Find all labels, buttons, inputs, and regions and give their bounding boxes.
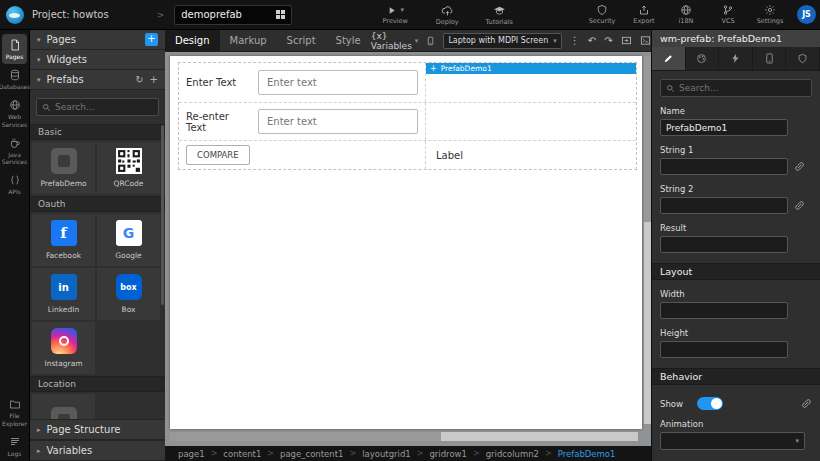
sidebar-panel-page-structure[interactable]: ▸ Page Structure <box>30 419 165 440</box>
behavior-section-header: Behavior <box>652 368 820 385</box>
caret-down-icon: ▾ <box>37 76 41 84</box>
prefab-tile-box[interactable]: box Box <box>97 268 160 320</box>
rail-item-logs[interactable]: Logs <box>0 431 29 461</box>
tab-markup[interactable]: Markup <box>220 30 277 51</box>
rail-item-apis[interactable]: APIs <box>0 169 29 199</box>
deploy-button[interactable]: Deploy <box>432 4 462 26</box>
prefab-search-input[interactable] <box>55 102 153 112</box>
result-field[interactable] <box>660 236 788 253</box>
bind-icon[interactable] <box>794 161 805 172</box>
breadcrumb-item-selected[interactable]: PrefabDemo1 <box>558 449 616 459</box>
tab-design[interactable]: Design <box>165 30 220 51</box>
user-avatar[interactable]: JS <box>797 5 816 24</box>
height-field[interactable] <box>660 341 788 358</box>
styles-icon <box>696 53 707 64</box>
widget-selection-bar[interactable]: + PrefabDemo1 <box>426 63 636 74</box>
grid-row-2: Re-enter Text <box>179 103 636 141</box>
add-prefab-icon[interactable]: + <box>150 75 158 85</box>
bind-icon[interactable] <box>794 200 805 211</box>
name-field[interactable] <box>660 119 788 136</box>
preview-button[interactable]: ▾ Preview <box>380 4 410 26</box>
prefab-tile-linkedin[interactable]: in LinkedIn <box>32 268 95 320</box>
grid-cell-result[interactable]: Label <box>426 141 636 169</box>
project-label: Project: howtos <box>32 9 109 20</box>
tab-device[interactable] <box>753 47 787 70</box>
security-button[interactable]: Security <box>587 4 617 25</box>
app-grid-icon[interactable] <box>276 10 285 19</box>
inspector-title: wm-prefab: PrefabDemo1 <box>652 30 820 47</box>
prefab-tile-google[interactable]: G Google <box>97 214 160 266</box>
breadcrumb-item[interactable]: gridcolumn2 <box>486 449 539 459</box>
canvas-toolbar: Design Markup Script Style {x} Variables… <box>165 30 651 52</box>
grid-cell-button[interactable]: COMPARE <box>179 141 426 169</box>
sidebar-panel-widgets[interactable]: ▾ Widgets <box>30 50 165 70</box>
bind-icon[interactable] <box>801 398 812 409</box>
grid-cell-label2[interactable]: Re-enter Text <box>179 103 426 140</box>
console-icon[interactable] <box>640 35 651 46</box>
prefab-tile-qrcode[interactable]: QRCode <box>97 142 160 194</box>
breadcrumb-item[interactable]: content1 <box>223 449 261 459</box>
left-rail: Pages Databases Web Services <box>0 30 30 461</box>
device-selector[interactable]: Laptop with MDPI Screen ▾ <box>443 33 561 49</box>
prefab-tile-instagram[interactable]: Instagram <box>32 322 95 374</box>
tab-style[interactable]: Style <box>326 30 371 51</box>
string1-field[interactable] <box>660 158 788 175</box>
undo-icon[interactable]: ↶ <box>588 36 596 46</box>
string2-field[interactable] <box>660 197 788 214</box>
show-toggle[interactable] <box>697 397 723 410</box>
tutorials-button[interactable]: Tutorials <box>484 4 514 26</box>
layout-grid-widget[interactable]: Enter Text + PrefabDemo1 Re-enter T <box>178 62 637 170</box>
rail-item-databases[interactable]: Databases <box>0 64 29 94</box>
app-selector[interactable]: demoprefab <box>174 5 292 25</box>
tab-styles[interactable] <box>686 47 720 70</box>
web-services-icon <box>9 99 21 111</box>
tab-script[interactable]: Script <box>277 30 326 51</box>
preview-caret-icon[interactable]: ▾ <box>400 6 404 14</box>
enter-text-input[interactable] <box>258 70 418 95</box>
canvas-horizontal-scrollbar[interactable] <box>170 432 638 441</box>
group-location: Location <box>30 376 165 392</box>
canvas-vertical-scrollbar[interactable] <box>644 56 651 424</box>
breadcrumb-item[interactable]: gridrow1 <box>429 449 467 459</box>
sidebar-scrollbar[interactable] <box>161 125 164 305</box>
wavemaker-logo-icon[interactable] <box>6 6 24 24</box>
variables-button[interactable]: {x} Variables ▾ <box>371 31 419 51</box>
breadcrumb-item[interactable]: page_content1 <box>280 449 343 459</box>
rail-item-web-services[interactable]: Web Services <box>0 94 29 131</box>
refresh-prefabs-icon[interactable]: ↻ <box>135 75 143 85</box>
rail-item-java-services[interactable]: Java Services <box>0 132 29 169</box>
animation-select[interactable]: ▾ <box>660 432 805 450</box>
tab-events[interactable] <box>719 47 753 70</box>
add-page-button[interactable]: + <box>145 33 158 46</box>
grid-cell-label1[interactable]: Enter Text <box>179 63 426 102</box>
redo-icon[interactable]: ↷ <box>604 36 612 46</box>
sidebar-panel-prefabs[interactable]: ▾ Prefabs ↻ + <box>30 70 165 90</box>
height-label: Height <box>660 328 812 338</box>
compare-button[interactable]: COMPARE <box>186 145 250 165</box>
grid-cell-right-1[interactable]: + PrefabDemo1 <box>426 63 636 102</box>
width-field[interactable] <box>660 302 788 319</box>
width-label: Width <box>660 289 812 299</box>
tab-security[interactable] <box>786 47 820 70</box>
breadcrumb-item[interactable]: layoutgrid1 <box>362 449 411 459</box>
chevron-right-icon: > <box>211 449 218 458</box>
app-name: demoprefab <box>181 9 242 20</box>
export-button[interactable]: Export <box>629 4 659 25</box>
prefab-tile-facebook[interactable]: f Facebook <box>32 214 95 266</box>
i18n-button[interactable]: i18N <box>671 4 701 25</box>
tab-properties[interactable] <box>652 47 686 70</box>
vcs-button[interactable]: VCS <box>713 4 743 25</box>
prefab-tile-prefabdemo[interactable]: PrefabDemo <box>32 142 95 194</box>
rail-item-file-explorer[interactable]: File Explorer <box>0 393 29 430</box>
run-preview-icon[interactable] <box>621 35 632 46</box>
settings-button[interactable]: Settings <box>755 4 785 25</box>
design-canvas-page[interactable]: Enter Text + PrefabDemo1 Re-enter T <box>170 56 642 429</box>
grid-cell-right-2[interactable] <box>426 103 636 140</box>
property-search-input[interactable] <box>679 83 806 93</box>
more-menu-icon[interactable]: ⋮ <box>570 36 580 46</box>
rail-item-pages[interactable]: Pages <box>2 34 27 64</box>
reenter-text-input[interactable] <box>258 109 418 134</box>
breadcrumb-item[interactable]: page1 <box>178 449 205 459</box>
sidebar-panel-pages[interactable]: ▾ Pages + <box>30 30 165 50</box>
sidebar-panel-variables[interactable]: ▸ Variables <box>30 440 165 461</box>
